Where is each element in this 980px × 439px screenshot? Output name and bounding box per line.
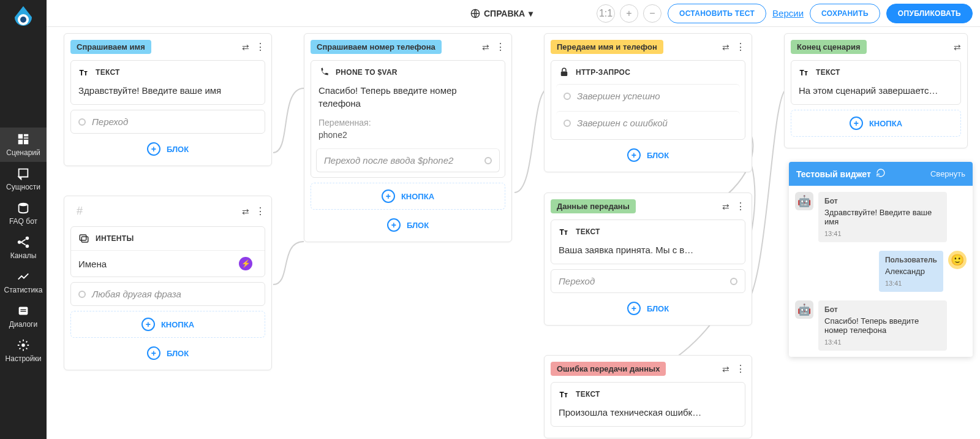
plus-icon: + [627,302,641,315]
add-block[interactable]: + БЛОК [311,215,505,235]
more-icon[interactable]: ⋮ [255,42,265,52]
add-button[interactable]: + КНОПКА [70,311,265,338]
more-icon[interactable]: ⋮ [496,42,505,52]
plus-icon: + [627,148,641,162]
topbar: СПРАВКА ▾ 1:1 + − ОСТАНОВИТЬ ТЕСТ Версии… [47,0,980,27]
svg-rect-2 [18,134,23,139]
error-row[interactable]: Завершен с ошибкой [556,111,740,134]
node-ask-phone[interactable]: Спрашиваем номер телефона ⇄ ⋮ PHONE TO $… [304,33,512,242]
zoom-reset[interactable]: 1:1 [597,4,615,23]
chat-title: Тестовый виджет [796,169,871,179]
logo [11,5,36,29]
nav-settings[interactable]: Настройки [0,334,47,368]
add-block[interactable]: + БЛОК [551,145,745,166]
intents-icon [78,233,89,244]
svg-rect-3 [24,134,28,137]
chat-message-user: Пользователь Александр 13:41 🙂 [795,251,967,292]
node-end[interactable]: Конец сценария ⇄ Tт ТЕКСТ На этом сценар… [784,33,968,148]
transition-icon[interactable]: ⇄ [722,42,729,52]
bot-avatar: 🤖 [795,300,813,319]
refresh-icon[interactable] [876,168,886,180]
node-send-data[interactable]: Передаем имя и телефон ⇄ ⋮ HTTP-ЗАПРОС З… [544,33,752,172]
text-content: Произошла техническая ошибк… [551,406,745,426]
help-dropdown[interactable]: СПРАВКА ▾ [470,9,533,18]
transition-icon[interactable]: ⇄ [482,42,489,52]
msg-time: 13:41 [885,280,937,287]
msg-who: Бот [824,305,941,314]
bolt-icon: ⚡ [239,257,252,270]
port-icon [564,93,571,100]
nav-dialogs[interactable]: Диалоги [0,299,47,334]
nav-entities[interactable]: Сущности [0,162,47,196]
plus-icon: + [147,346,160,360]
intent-row[interactable]: Имена ⚡ [71,250,265,277]
transition-row[interactable]: Переход [551,269,745,293]
transition-icon[interactable]: ⇄ [722,202,729,212]
msg-text: Здравствуйте! Введите ваше имя [824,208,932,226]
block-type: HTTP-ЗАПРОС [576,68,630,77]
plus-icon: + [387,218,401,232]
svg-point-10 [26,245,29,248]
svg-text:Tт: Tт [560,228,568,237]
any-other-row[interactable]: Любая другая фраза [70,282,265,306]
stop-test-button[interactable]: ОСТАНОВИТЬ ТЕСТ [668,4,766,23]
user-avatar: 🙂 [948,251,967,269]
variable-value: phone2 [318,129,497,142]
node-data-sent[interactable]: Данные переданы ⇄ ⋮ Tт ТЕКСТ Ваша заявка… [544,193,752,326]
chat-message-bot: 🤖 Бот Спасибо! Теперь введите номер теле… [795,300,967,351]
more-icon[interactable]: ⋮ [255,207,265,216]
svg-rect-4 [24,137,28,139]
svg-rect-19 [561,72,568,77]
add-block[interactable]: + БЛОК [70,343,265,364]
text-icon: Tт [559,226,570,237]
add-button[interactable]: + КНОПКА [311,183,505,210]
nav-faq[interactable]: FAQ бот [0,196,47,231]
versions-link[interactable]: Версии [772,8,804,18]
collapse-link[interactable]: Свернуть [930,169,965,178]
zoom-out[interactable]: − [643,4,662,23]
zoom-in[interactable]: + [620,4,638,23]
more-icon[interactable]: ⋮ [736,202,745,212]
svg-rect-5 [18,140,23,144]
transition-icon[interactable]: ⇄ [242,207,249,216]
nav-channels[interactable]: Каналы [0,231,47,265]
node-ask-name[interactable]: Спрашиваем имя ⇄ ⋮ Tт ТЕКСТ Здравствуйте… [64,33,272,166]
svg-rect-17 [80,235,86,240]
transition-row[interactable]: Переход [70,110,265,134]
add-block[interactable]: + БЛОК [551,298,745,319]
help-label: СПРАВКА [484,9,525,18]
chat-message-bot: 🤖 Бот Здравствуйте! Введите ваше имя 13:… [795,192,967,242]
more-icon[interactable]: ⋮ [736,364,745,374]
node-error-send[interactable]: Ошибка передачи данных ⇄ ⋮ Tт ТЕКСТ Прои… [544,355,752,438]
success-row[interactable]: Завершен успешно [556,84,740,107]
canvas[interactable]: Спрашиваем имя ⇄ ⋮ Tт ТЕКСТ Здравствуйте… [47,27,980,439]
lock-icon [559,67,570,78]
plus-icon: + [850,116,863,130]
node-title: Данные переданы [551,199,636,213]
transition-icon[interactable]: ⇄ [242,42,249,52]
port-icon [78,291,86,298]
save-button[interactable]: СОХРАНИТЬ [810,4,880,23]
transition-after-row[interactable]: Переход после ввода $phone2 [316,148,500,172]
svg-rect-13 [20,311,26,311]
variable-label: Переменная: [318,117,497,129]
plus-icon: + [141,318,155,331]
phone-icon [318,67,330,78]
node-intents[interactable]: # ⇄ ⋮ ИНТЕНТЫ Имена ⚡ [64,196,272,370]
node-title: Конец сценария [791,40,867,54]
svg-rect-18 [81,237,88,242]
port-icon [564,120,571,127]
add-block[interactable]: + БЛОК [70,139,265,159]
transition-icon[interactable]: ⇄ [722,364,729,374]
transition-icon[interactable]: ⇄ [954,42,961,52]
block-type: ТЕКСТ [816,68,840,77]
add-button[interactable]: + КНОПКА [791,110,961,137]
text-content: На этом сценарий завершаетс… [791,84,960,104]
nav-scenario[interactable]: Сценарий [0,128,47,162]
more-icon[interactable]: ⋮ [736,42,745,52]
nav-label: Сущности [6,183,40,191]
text-icon: Tт [799,67,810,78]
publish-button[interactable]: ОПУБЛИКОВАТЬ [886,4,973,23]
nav-stats[interactable]: Статистика [0,265,47,299]
node-title: Передаем имя и телефон [551,40,663,54]
